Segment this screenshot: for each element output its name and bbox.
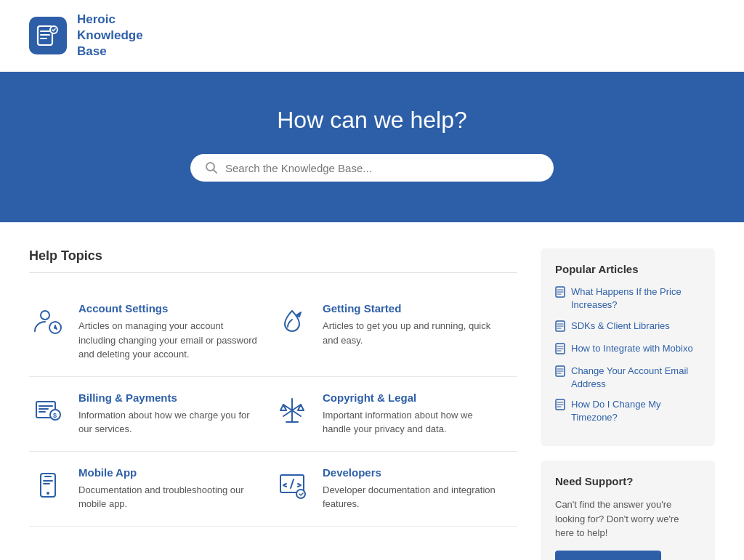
getting-started-icon (273, 302, 311, 340)
sidebar: Popular Articles What Happens If the Pri… (541, 248, 715, 560)
topic-item-developers[interactable]: Developers Developer documentation and i… (273, 452, 517, 527)
site-header: Heroic Knowledge Base (0, 0, 744, 72)
legal-text: Copyright & Legal Important information … (323, 391, 503, 437)
svg-point-3 (41, 311, 49, 320)
getting-started-desc: Articles to get you up and running, quic… (323, 319, 503, 347)
article-link-2: SDKs & Client Libraries (571, 320, 670, 333)
article-link-3: How to Integrate with Mobixo (571, 342, 693, 355)
developers-title: Developers (323, 466, 503, 479)
article-item-3[interactable]: How to Integrate with Mobixo (555, 342, 700, 357)
article-icon (555, 286, 565, 301)
article-list: What Happens If the Price Increases? SDK… (555, 285, 700, 424)
topic-item-billing[interactable]: $ Billing & Payments Information about h… (29, 377, 273, 452)
mobile-text: Mobile App Documentation and troubleshoo… (78, 466, 259, 511)
article-link-4: Change Your Account Email Address (571, 365, 700, 391)
developers-text: Developers Developer documentation and i… (323, 466, 503, 511)
svg-text:$: $ (53, 412, 57, 419)
contact-support-button[interactable]: Contact Support (555, 551, 661, 560)
brand-name: Heroic Knowledge Base (77, 12, 143, 60)
need-support-title: Need Support? (555, 475, 700, 487)
mobile-title: Mobile App (78, 466, 259, 479)
section-divider (29, 272, 517, 273)
topic-grid: Account Settings Articles on managing yo… (29, 288, 517, 527)
developers-icon (273, 466, 311, 504)
help-topics-title: Help Topics (29, 248, 517, 264)
search-bar (190, 154, 554, 182)
billing-icon: $ (29, 391, 67, 429)
hero-title: How can we help? (29, 107, 715, 134)
article-item-5[interactable]: How Do I Change My Timezone? (555, 398, 700, 424)
search-input[interactable] (225, 162, 539, 174)
hero-section: How can we help? (0, 72, 744, 222)
getting-started-text: Getting Started Articles to get you up a… (323, 302, 503, 347)
svg-point-5 (54, 326, 57, 329)
getting-started-title: Getting Started (323, 302, 503, 315)
article-link-1: What Happens If the Price Increases? (571, 285, 700, 312)
article-icon (555, 343, 565, 357)
popular-articles-card: Popular Articles What Happens If the Pri… (541, 248, 715, 446)
legal-title: Copyright & Legal (323, 391, 503, 404)
article-icon (555, 365, 565, 380)
topic-item-legal[interactable]: Copyright & Legal Important information … (273, 377, 517, 452)
account-settings-text: Account Settings Articles on managing yo… (78, 302, 259, 362)
billing-desc: Information about how we charge you for … (78, 408, 259, 437)
main-content: Help Topics Account (0, 222, 744, 560)
legal-desc: Important information about how we handl… (323, 408, 503, 437)
logo-icon (29, 17, 67, 54)
topic-item-getting-started[interactable]: Getting Started Articles to get you up a… (273, 288, 517, 377)
svg-point-10 (46, 492, 49, 495)
billing-text: Billing & Payments Information about how… (78, 391, 259, 437)
account-settings-title: Account Settings (78, 302, 259, 315)
need-support-card: Need Support? Can't find the answer you'… (541, 460, 715, 560)
mobile-desc: Documentation and troubleshooting our mo… (78, 483, 259, 511)
topic-item-mobile[interactable]: Mobile App Documentation and troubleshoo… (29, 452, 273, 527)
article-item-1[interactable]: What Happens If the Price Increases? (555, 285, 700, 312)
article-icon (555, 399, 565, 413)
topic-row-1: Account Settings Articles on managing yo… (29, 288, 517, 377)
mobile-icon (29, 466, 67, 504)
topic-item-account-settings[interactable]: Account Settings Articles on managing yo… (29, 288, 273, 377)
article-icon (555, 320, 565, 335)
account-settings-desc: Articles on managing your account includ… (78, 319, 259, 362)
topic-row-2: $ Billing & Payments Information about h… (29, 377, 517, 452)
account-settings-icon (29, 302, 67, 340)
popular-articles-title: Popular Articles (555, 263, 700, 275)
billing-title: Billing & Payments (78, 391, 259, 404)
article-link-5: How Do I Change My Timezone? (571, 398, 700, 424)
article-item-4[interactable]: Change Your Account Email Address (555, 365, 700, 391)
help-topics-section: Help Topics Account (29, 248, 517, 560)
topic-row-3: Mobile App Documentation and troubleshoo… (29, 452, 517, 527)
svg-point-12 (296, 490, 305, 498)
article-item-2[interactable]: SDKs & Client Libraries (555, 320, 700, 335)
legal-icon (273, 391, 311, 429)
search-icon (205, 161, 218, 174)
support-description: Can't find the answer you're looking for… (555, 498, 700, 540)
developers-desc: Developer documentation and integration … (323, 483, 503, 511)
